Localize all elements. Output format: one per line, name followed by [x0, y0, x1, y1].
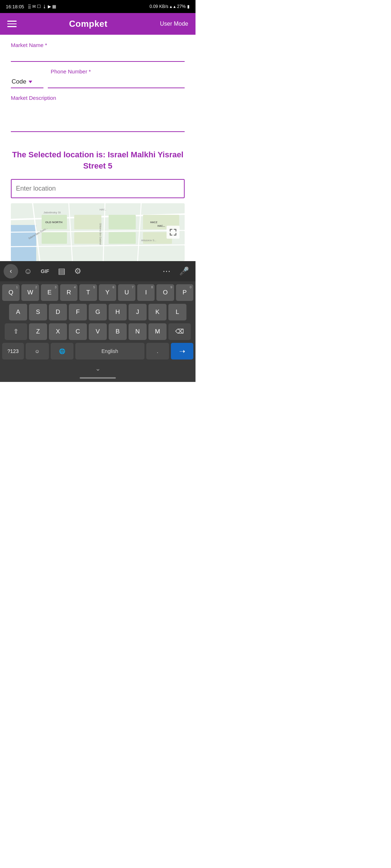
market-description-input[interactable]	[11, 103, 185, 132]
market-name-input[interactable]	[11, 50, 185, 62]
battery-icon: ▮	[187, 4, 190, 9]
svg-text:OLD NORTH: OLD NORTH	[45, 221, 63, 224]
map-svg: Jabotinsky St OLD NORTH Sderot Ben Gurio…	[11, 203, 185, 261]
selected-location-text: The Selected location is: Israel Malkhi …	[4, 149, 192, 172]
keyboard-row-1: 1Q 2W 3E 4R 5T 6Y 7U 8I 9O 0P	[2, 284, 193, 301]
keyboard-mic-button[interactable]: 🎤	[176, 265, 192, 277]
market-name-label: Market Name *	[11, 42, 185, 48]
key-r[interactable]: 4R	[60, 284, 77, 301]
svg-rect-11	[74, 215, 101, 229]
key-sym[interactable]: ?123	[2, 343, 24, 359]
market-description-field: Market Description	[11, 95, 185, 133]
wifi-icon: ▴	[170, 4, 172, 9]
app-title: Compket	[69, 19, 108, 29]
key-j[interactable]: J	[129, 304, 147, 320]
key-emoji[interactable]: ☺	[26, 343, 49, 359]
keyboard-back-button[interactable]: ‹	[4, 264, 18, 278]
key-p[interactable]: 0P	[176, 284, 193, 301]
svg-rect-12	[74, 232, 101, 244]
status-icons: ⣿ ✉ ☐ ⭳ ▶ ▦	[28, 4, 56, 9]
phone-number-section: Phone Number * Code	[11, 68, 185, 88]
map-expand-button[interactable]	[167, 226, 180, 239]
chevron-down-icon	[29, 81, 32, 83]
key-d[interactable]: D	[49, 304, 67, 320]
key-u[interactable]: 7U	[118, 284, 135, 301]
svg-text:Shlomo Ibn Gabirol: Shlomo Ibn Gabirol	[99, 223, 102, 245]
keyboard-gif-button[interactable]: GIF	[38, 267, 52, 276]
key-k[interactable]: K	[148, 304, 167, 320]
location-input[interactable]	[11, 179, 185, 198]
menu-button[interactable]	[7, 21, 17, 27]
keyboard-keys: 1Q 2W 3E 4R 5T 6Y 7U 8I 9O 0P A S D F G …	[0, 281, 196, 364]
key-m[interactable]: M	[148, 323, 167, 340]
home-indicator	[80, 377, 116, 379]
keyboard: ‹ ☺ GIF ▤ ⚙ ⋯ 🎤 1Q 2W 3E 4R 5T 6Y 7U 8I …	[0, 261, 196, 382]
key-a[interactable]: A	[9, 304, 27, 320]
key-b[interactable]: B	[109, 323, 127, 340]
keyboard-chevron-down[interactable]: ⌄	[0, 364, 196, 374]
key-dot[interactable]: .	[146, 343, 169, 359]
key-i[interactable]: 8I	[137, 284, 155, 301]
svg-text:HACZ: HACZ	[150, 221, 157, 224]
phone-number-col	[48, 77, 185, 88]
key-space[interactable]: English	[75, 343, 144, 359]
key-t[interactable]: 5T	[79, 284, 97, 301]
key-enter[interactable]: ➝	[171, 343, 193, 359]
market-name-field: Market Name *	[11, 42, 185, 68]
svg-text:Arlozorov S...: Arlozorov S...	[141, 239, 156, 242]
key-q[interactable]: 1Q	[2, 284, 20, 301]
key-shift[interactable]: ⇧	[5, 323, 27, 340]
key-n[interactable]: N	[129, 323, 147, 340]
key-x[interactable]: X	[49, 323, 67, 340]
key-globe[interactable]: 🌐	[51, 343, 74, 359]
key-l[interactable]: L	[168, 304, 186, 320]
svg-text:HAC...: HAC...	[157, 225, 165, 227]
svg-rect-10	[42, 232, 67, 244]
market-description-label: Market Description	[11, 95, 185, 101]
key-w[interactable]: 2W	[21, 284, 39, 301]
phone-number-label: Phone Number *	[51, 68, 185, 75]
status-bar: 16:18:05 ⣿ ✉ ☐ ⭳ ▶ ▦ 0.09 KB/s ▴ ▴ 27% ▮	[0, 0, 196, 13]
code-text: Code	[12, 78, 26, 85]
keyboard-clipboard-button[interactable]: ▤	[55, 265, 68, 277]
status-right: 0.09 KB/s ▴ ▴ 27% ▮	[150, 4, 190, 9]
map-area[interactable]: Jabotinsky St OLD NORTH Sderot Ben Gurio…	[11, 203, 185, 261]
location-input-wrap	[11, 179, 185, 198]
expand-icon	[169, 229, 177, 236]
svg-rect-13	[109, 215, 136, 229]
status-time: 16:18:05 ⣿ ✉ ☐ ⭳ ▶ ▦	[6, 4, 56, 9]
key-e[interactable]: 3E	[41, 284, 58, 301]
form-area: Market Name * Phone Number * Code Market…	[0, 35, 196, 141]
key-c[interactable]: C	[69, 323, 87, 340]
time-display: 16:18:05	[6, 4, 24, 9]
svg-rect-1	[11, 225, 36, 261]
keyboard-settings-button[interactable]: ⚙	[71, 265, 84, 277]
key-z[interactable]: Z	[29, 323, 47, 340]
svg-text:HAY...: HAY...	[100, 208, 106, 211]
keyboard-row-2: A S D F G H J K L	[2, 304, 193, 320]
battery-level: 27%	[177, 4, 186, 9]
key-o[interactable]: 9O	[156, 284, 174, 301]
key-s[interactable]: S	[29, 304, 47, 320]
key-y[interactable]: 6Y	[99, 284, 116, 301]
keyboard-more-button[interactable]: ⋯	[160, 265, 173, 277]
key-g[interactable]: G	[89, 304, 107, 320]
signal-icon: ▴	[173, 4, 176, 9]
keyboard-emoji-button[interactable]: ☺	[21, 265, 35, 277]
keyboard-row-3: ⇧ Z X C V B N M ⌫	[2, 323, 193, 340]
country-code-dropdown[interactable]: Code	[11, 77, 43, 88]
user-mode-button[interactable]: User Mode	[160, 21, 188, 27]
svg-text:Jabotinsky St: Jabotinsky St	[43, 211, 61, 214]
phone-row: Code	[11, 77, 185, 88]
key-h[interactable]: H	[109, 304, 127, 320]
keyboard-toolbar: ‹ ☺ GIF ▤ ⚙ ⋯ 🎤	[0, 261, 196, 281]
key-backspace[interactable]: ⌫	[168, 323, 191, 340]
phone-number-input[interactable]	[48, 77, 185, 88]
key-v[interactable]: V	[89, 323, 107, 340]
app-bar: Compket User Mode	[0, 13, 196, 35]
key-f[interactable]: F	[69, 304, 87, 320]
keyboard-row-4: ?123 ☺ 🌐 English . ➝	[2, 343, 193, 359]
keyboard-home-bar	[0, 374, 196, 382]
network-speed: 0.09 KB/s	[150, 4, 168, 9]
svg-rect-14	[109, 232, 136, 244]
